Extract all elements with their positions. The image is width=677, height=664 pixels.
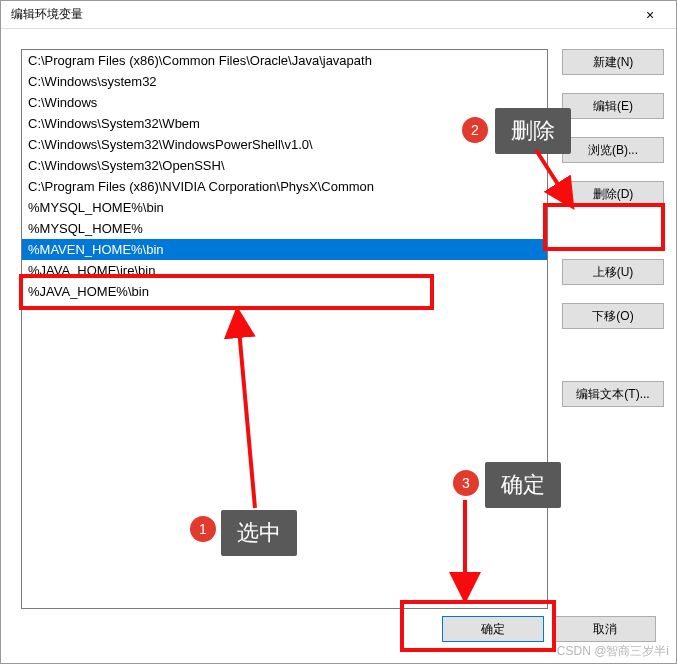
path-list-item[interactable]: C:\Program Files (x86)\NVIDIA Corporatio… [22,176,547,197]
path-list-item[interactable]: C:\Windows\system32 [22,71,547,92]
close-icon: × [646,7,654,23]
list-area: C:\Program Files (x86)\Common Files\Orac… [21,49,548,609]
dialog-window: 编辑环境变量 × C:\Program Files (x86)\Common F… [0,0,677,664]
delete-button[interactable]: 删除(D) [562,181,664,207]
path-listbox[interactable]: C:\Program Files (x86)\Common Files\Orac… [21,49,548,609]
dialog-content: C:\Program Files (x86)\Common Files\Orac… [1,29,676,609]
move-up-button[interactable]: 上移(U) [562,259,664,285]
new-button[interactable]: 新建(N) [562,49,664,75]
close-button[interactable]: × [630,2,670,28]
cancel-button[interactable]: 取消 [554,616,656,642]
move-down-button[interactable]: 下移(O) [562,303,664,329]
path-list-item[interactable]: %MAVEN_HOME%\bin [22,239,547,260]
window-title: 编辑环境变量 [11,6,630,23]
path-list-item[interactable]: %MYSQL_HOME%\bin [22,197,547,218]
dialog-footer: 确定 取消 [1,609,676,663]
path-list-item[interactable]: C:\Program Files (x86)\Common Files\Orac… [22,50,547,71]
path-list-item[interactable]: %MYSQL_HOME% [22,218,547,239]
path-list-item[interactable]: C:\Windows\System32\Wbem [22,113,547,134]
path-list-item[interactable]: C:\Windows\System32\WindowsPowerShell\v1… [22,134,547,155]
path-list-item[interactable]: C:\Windows [22,92,547,113]
edit-text-button[interactable]: 编辑文本(T)... [562,381,664,407]
path-list-item[interactable]: %JAVA_HOME\jre\bin [22,260,547,281]
edit-button[interactable]: 编辑(E) [562,93,664,119]
side-buttons: 新建(N) 编辑(E) 浏览(B)... 删除(D) 上移(U) 下移(O) 编… [562,49,664,609]
path-list-item[interactable]: %JAVA_HOME%\bin [22,281,547,302]
titlebar: 编辑环境变量 × [1,1,676,29]
browse-button[interactable]: 浏览(B)... [562,137,664,163]
path-list-item[interactable]: C:\Windows\System32\OpenSSH\ [22,155,547,176]
ok-button[interactable]: 确定 [442,616,544,642]
